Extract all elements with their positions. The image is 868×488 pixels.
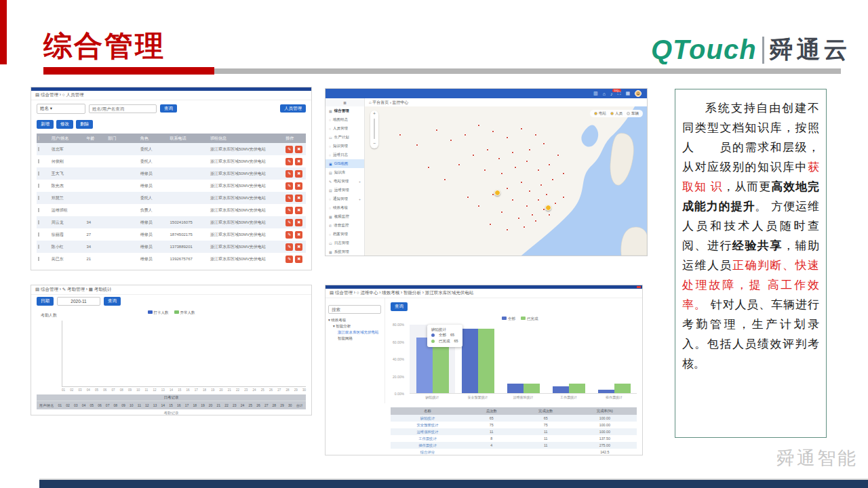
edit-row-button[interactable]: ✎	[285, 219, 293, 226]
table-row[interactable]: 郑慧兰委托人浙江双水库区域50MV光伏电站✎✖	[37, 192, 306, 204]
sidebar-item-知识管理[interactable]: ○知识管理	[326, 142, 364, 150]
sidebar-item-知识库[interactable]: ▤知识库	[326, 168, 364, 177]
bell-icon[interactable]: ♪100+	[610, 92, 613, 96]
legend-item[interactable]: 打卡人数	[148, 310, 169, 315]
fullscreen-icon[interactable]: ⛶	[617, 91, 620, 96]
table-row[interactable]: 操作票统计411275.00	[391, 442, 637, 449]
edit-row-button[interactable]: ✎	[285, 207, 293, 214]
avatar[interactable]: ☺	[635, 90, 642, 97]
date-button[interactable]: 日期	[37, 297, 54, 306]
sidebar-item-日志管理[interactable]: ▭日志管理	[326, 239, 364, 247]
delete-row-button[interactable]: ✖	[295, 146, 302, 153]
row-checkbox[interactable]	[38, 257, 39, 261]
row-checkbox[interactable]	[38, 147, 39, 151]
row-checkbox[interactable]	[38, 208, 39, 212]
tree-search-input[interactable]	[328, 305, 381, 314]
add-button[interactable]: 新增	[37, 120, 54, 129]
expand-icon[interactable]: +	[359, 180, 361, 184]
sidebar-item-档案管理[interactable]: ○档案管理	[326, 230, 364, 239]
table-row[interactable]: 综合评分142.5	[391, 449, 637, 455]
sidebar-item-视频监控[interactable]: ▦视频监控	[326, 212, 364, 221]
search-button[interactable]: 查询	[160, 104, 177, 113]
select-all-checkbox[interactable]	[38, 136, 39, 140]
tree-node[interactable]: 浙江双水库区域光伏电站	[328, 329, 382, 336]
month-input[interactable]	[57, 297, 100, 306]
sidebar-item-运维日志[interactable]: ○运维日志	[326, 150, 364, 159]
tree-node[interactable]: 智能网格	[328, 336, 382, 342]
sidebar-item-综合管理[interactable]: ▦综合管理	[326, 106, 364, 115]
edit-row-button[interactable]: ✎	[285, 243, 293, 251]
edit-row-button[interactable]: ✎	[285, 195, 293, 202]
table-row[interactable]: 工作票统计811137.50	[391, 435, 637, 442]
sidebar-item-生产计划[interactable]: ▭生产计划	[326, 133, 364, 142]
edit-button[interactable]: 修改	[56, 120, 73, 129]
query-button[interactable]: 查询	[391, 302, 408, 311]
row-checkbox[interactable]	[38, 184, 39, 188]
delete-button[interactable]: 删除	[76, 120, 93, 129]
expand-icon[interactable]: +	[359, 197, 361, 201]
sidebar-item-人员管理[interactable]: ○人员管理	[326, 124, 364, 133]
delete-row-button[interactable]: ✖	[295, 158, 302, 165]
sidebar-item-运维管理[interactable]: ▤运维管理	[326, 186, 364, 195]
person-manage-button[interactable]: 人员管理	[280, 104, 306, 113]
bar-group[interactable]: 工作票统计	[546, 325, 591, 393]
delete-row-button[interactable]: ✖	[295, 182, 302, 190]
tree-node[interactable]: ▾ 绩效考核	[328, 317, 382, 323]
table-row[interactable]: 吴已东21维修员1392675767浙江双水库区域50MV光伏电站✎✖	[37, 253, 306, 265]
query-button[interactable]: 查询	[104, 297, 121, 306]
edit-row-button[interactable]: ✎	[285, 256, 293, 263]
table-row[interactable]: 周云龙34维修员1502416075浙江双水库区域50MV光伏电站✎✖	[37, 216, 306, 228]
tree-node[interactable]: ▾ 智能分析	[328, 323, 382, 329]
table-row[interactable]: 陈小红34维修员1373889201浙江双水库区域50MV光伏电站✎✖	[37, 241, 306, 253]
table-row[interactable]: 徐丽霞27维修员1874502175浙江双水库区域50MV光伏电站✎✖	[37, 228, 306, 241]
map-zoom-control[interactable]: +−	[370, 110, 378, 148]
table-row[interactable]: 张忠军委托人浙江双水库区域50MV光伏电站✎✖	[37, 143, 306, 155]
map-canvas[interactable]: +− 电站人员车辆	[365, 106, 647, 256]
search-input[interactable]	[89, 104, 157, 113]
delete-row-button[interactable]: ✖	[295, 170, 302, 178]
sidebar-item-绩效考核[interactable]: ○绩效考核	[326, 203, 364, 212]
delete-row-button[interactable]: ✖	[295, 219, 302, 226]
sidebar-item-语音监控[interactable]: ✆语音监控	[326, 221, 364, 230]
edit-row-button[interactable]: ✎	[285, 182, 293, 190]
row-checkbox[interactable]	[38, 220, 39, 224]
row-checkbox[interactable]	[38, 159, 39, 163]
table-row[interactable]: 运维值班统计1111100.00	[391, 428, 637, 435]
table-row[interactable]: 何俊刚委托人浙江双水库区域50MV光伏电站✎✖	[37, 155, 306, 167]
edit-row-button[interactable]: ✎	[285, 158, 293, 165]
delete-row-button[interactable]: ✖	[295, 256, 302, 263]
delete-row-button[interactable]: ✖	[295, 207, 302, 214]
y-axis-ticks: 0.00%20.00%40.00%60.00%80.00%	[389, 325, 406, 394]
edit-row-button[interactable]: ✎	[285, 170, 293, 178]
row-checkbox[interactable]	[38, 232, 39, 237]
filter-dropdown[interactable]: 姓名 ▾	[37, 104, 85, 114]
sidebar-collapse-icon[interactable]: ≣	[326, 98, 364, 106]
delete-row-button[interactable]: ✖	[295, 231, 302, 239]
row-checkbox[interactable]	[38, 245, 39, 249]
row-checkbox[interactable]	[38, 196, 39, 200]
table-row[interactable]: 陈光杰维修员浙江双水库区域50MV光伏电站✎✖	[37, 180, 306, 192]
sidebar-item-通知管理[interactable]: ○通知管理+	[326, 195, 364, 203]
home-icon[interactable]: ⌂	[603, 92, 606, 96]
edit-row-button[interactable]: ✎	[285, 231, 293, 239]
sidebar-item-GIS地图[interactable]: ▣GIS地图	[326, 159, 364, 168]
table-row[interactable]: 运维班组负责人浙江双水库区域50MV光伏电站✎✖	[37, 204, 306, 216]
legend-item[interactable]: 全部	[502, 317, 515, 321]
bar-group[interactable]: 操作票统计	[591, 325, 637, 393]
legend-item[interactable]: 异常人数	[174, 310, 195, 315]
apps-icon[interactable]: ▦	[625, 91, 630, 96]
legend-item[interactable]: 已完成	[521, 317, 538, 321]
table-row[interactable]: 安全预警统计7575100.00	[391, 422, 637, 428]
sidebar-item-系统管理[interactable]: ▦系统管理	[326, 247, 364, 256]
row-cell: 100.00	[573, 416, 637, 420]
edit-row-button[interactable]: ✎	[285, 146, 293, 153]
layers-icon[interactable]: ▥	[593, 91, 598, 96]
table-row[interactable]: 缺陷统计6565100.00	[391, 415, 637, 422]
table-row[interactable]: 王大飞维修员浙江双水库区域50MV光伏电站✎✖	[37, 167, 306, 180]
sidebar-item-电站管理[interactable]: ✎电站管理+	[326, 177, 364, 186]
sidebar-item-地图组态[interactable]: ○地图组态	[326, 115, 364, 124]
row-checkbox[interactable]	[38, 171, 39, 176]
delete-row-button[interactable]: ✖	[295, 243, 302, 251]
delete-row-button[interactable]: ✖	[295, 195, 302, 202]
bar-group[interactable]: 运维值班统计	[500, 325, 546, 393]
